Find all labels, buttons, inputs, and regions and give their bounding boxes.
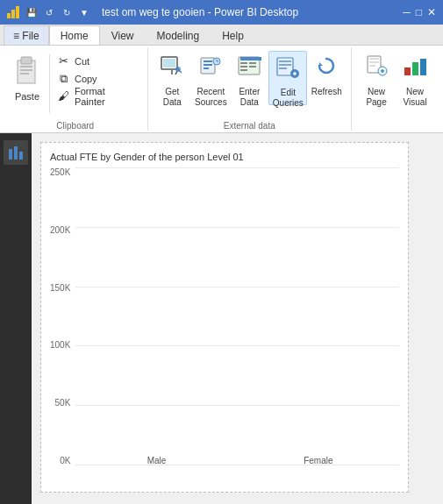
y-label: 0K — [60, 456, 70, 465]
new-visual-icon — [403, 53, 427, 83]
report-canvas: Actual FTE by Gender of the person Level… — [32, 133, 443, 504]
new-page-button[interactable]: New Page — [357, 51, 396, 105]
enter-data-label: Enter Data — [233, 87, 265, 108]
recent-sources-icon — [198, 53, 223, 83]
svg-rect-25 — [240, 66, 247, 67]
cut-icon: ✂ — [57, 54, 71, 67]
tab-modeling[interactable]: Modeling — [145, 25, 211, 45]
copy-icon: ⧉ — [57, 72, 71, 86]
recent-sources-button[interactable]: Recent Sources — [191, 51, 230, 105]
minimize-icon[interactable]: ─ — [403, 6, 411, 18]
clipboard-items: Paste ✂ Cut ⧉ Copy 🖌 Format Painter — [9, 49, 142, 129]
external-items: Get Data Recent Sources — [153, 49, 346, 117]
new-page-icon — [364, 53, 389, 83]
svg-rect-23 — [240, 62, 247, 64]
maximize-icon[interactable]: □ — [416, 6, 422, 18]
titlebar-title: test om weg te gooien - Power BI Desktop — [102, 6, 298, 18]
cut-label: Cut — [75, 56, 89, 67]
svg-rect-17 — [204, 67, 209, 69]
svg-rect-15 — [204, 60, 212, 62]
new-visual-button[interactable]: New Visual — [396, 51, 434, 105]
y-label: 150K — [50, 283, 70, 293]
recent-sources-label: Recent Sources — [195, 87, 227, 108]
svg-rect-46 — [9, 149, 12, 160]
cut-button[interactable]: ✂ Cut — [54, 53, 142, 69]
enter-data-button[interactable]: Enter Data — [230, 51, 268, 105]
svg-rect-47 — [14, 146, 18, 160]
format-painter-icon: 🖌 — [57, 89, 71, 103]
svg-rect-22 — [240, 57, 261, 60]
get-data-button[interactable]: Get Data — [153, 51, 191, 105]
paste-button[interactable]: Paste — [9, 51, 46, 105]
y-label: 100K — [50, 340, 70, 350]
svg-rect-0 — [7, 13, 11, 18]
tab-view[interactable]: View — [100, 25, 146, 45]
refresh-icon — [314, 53, 339, 83]
refresh-button[interactable]: Refresh — [307, 51, 346, 105]
svg-rect-1 — [11, 10, 15, 18]
ribbon-group-new: New Page New Visual — [352, 47, 439, 131]
enter-data-icon — [237, 53, 261, 83]
svg-rect-48 — [19, 152, 23, 160]
bar-group[interactable]: Female — [297, 449, 340, 465]
y-label: 250K — [50, 167, 70, 177]
new-visual-label: New Visual — [399, 87, 431, 108]
svg-rect-26 — [249, 66, 256, 67]
close-icon[interactable]: ✕ — [427, 6, 436, 18]
save-icon[interactable]: 💾 — [25, 6, 39, 18]
small-btn-group: ✂ Cut ⧉ Copy 🖌 Format Painter — [54, 51, 142, 117]
clipboard-divider — [49, 54, 50, 113]
sidebar — [0, 133, 32, 504]
copy-button[interactable]: ⧉ Copy — [54, 70, 142, 87]
svg-rect-27 — [240, 69, 247, 71]
redo-icon[interactable]: ↻ — [60, 6, 74, 18]
ribbon-group-clipboard: Paste ✂ Cut ⧉ Copy 🖌 Format Painter Clip… — [4, 47, 148, 131]
format-painter-button[interactable]: 🖌 Format Painter — [54, 88, 142, 104]
tab-help[interactable]: Help — [211, 25, 255, 45]
edit-queries-icon — [275, 54, 300, 84]
svg-rect-37 — [369, 58, 379, 60]
dropdown-icon[interactable]: ▼ — [77, 6, 91, 18]
canvas-area: Actual FTE by Gender of the person Level… — [0, 133, 443, 504]
svg-rect-45 — [420, 59, 426, 75]
svg-rect-44 — [412, 62, 418, 75]
edit-queries-button[interactable]: Edit Queries — [268, 51, 307, 105]
chart-container[interactable]: Actual FTE by Gender of the person Level… — [40, 142, 409, 493]
paste-label: Paste — [15, 91, 39, 102]
sidebar-report-icon[interactable] — [4, 140, 28, 165]
refresh-label: Refresh — [311, 87, 342, 97]
get-data-icon — [160, 53, 184, 83]
svg-rect-29 — [279, 60, 291, 62]
tab-home[interactable]: Home — [49, 25, 100, 45]
svg-rect-5 — [20, 66, 32, 67]
tab-file[interactable]: ≡ File — [4, 25, 49, 45]
copy-label: Copy — [75, 74, 97, 84]
y-label: 50K — [55, 398, 71, 408]
svg-rect-43 — [404, 67, 411, 75]
bar-group[interactable]: Male — [135, 449, 179, 465]
ribbon: Paste ✂ Cut ⧉ Copy 🖌 Format Painter Clip… — [0, 46, 443, 133]
bars-area: Male Female — [75, 167, 399, 465]
paste-icon — [14, 55, 40, 89]
svg-rect-30 — [279, 64, 291, 66]
edit-queries-label: Edit Queries — [273, 88, 304, 109]
bar-label: Female — [304, 456, 332, 465]
svg-rect-24 — [249, 62, 256, 64]
svg-rect-6 — [20, 69, 32, 71]
svg-rect-39 — [369, 65, 375, 67]
svg-rect-31 — [279, 67, 287, 69]
titlebar-left: 💾 ↺ ↻ ▼ test om weg te gooien - Power BI… — [7, 6, 298, 18]
svg-rect-9 — [163, 59, 175, 67]
ribbon-tabs: ≡ File Home View Modeling Help — [0, 25, 443, 46]
undo-icon[interactable]: ↺ — [42, 6, 56, 18]
svg-rect-38 — [369, 61, 379, 63]
svg-rect-16 — [204, 64, 212, 66]
svg-rect-4 — [21, 57, 32, 64]
format-painter-label: Format Painter — [75, 86, 139, 107]
clipboard-label: Clipboard — [4, 121, 147, 131]
titlebar: 💾 ↺ ↻ ▼ test om weg te gooien - Power BI… — [0, 0, 443, 25]
y-label: 200K — [50, 225, 70, 235]
ribbon-group-external: Get Data Recent Sources — [148, 47, 353, 131]
svg-marker-35 — [319, 62, 323, 66]
app-icon — [7, 6, 21, 18]
